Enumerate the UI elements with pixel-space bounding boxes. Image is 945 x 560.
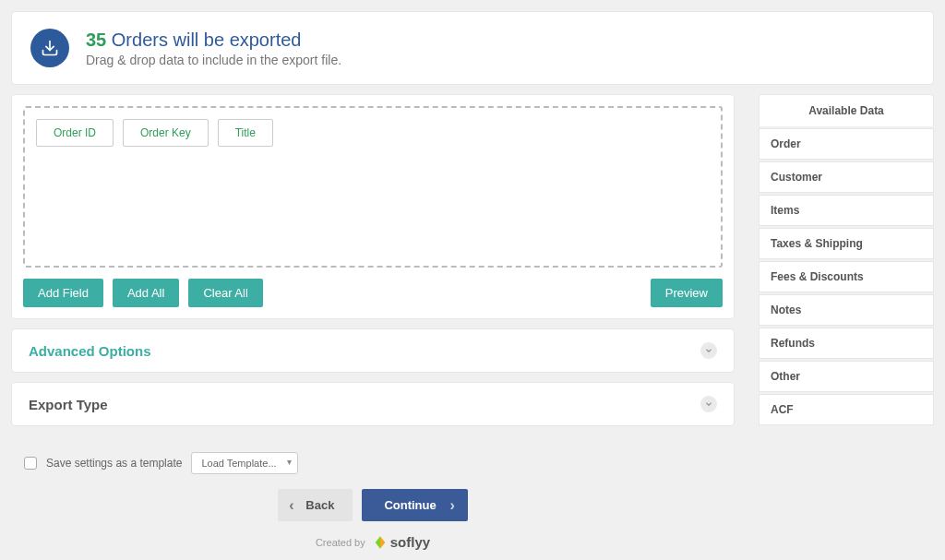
soflyy-icon [373,535,388,550]
export-count: 35 [86,30,106,50]
continue-button[interactable]: Continue [362,489,467,521]
page-subtitle: Drag & drop data to include in the expor… [86,53,341,67]
available-item-items[interactable]: Items [759,195,934,226]
clear-all-button[interactable]: Clear All [188,279,262,307]
created-by-label: Created by [316,537,365,548]
advanced-options-section[interactable]: Advanced Options [11,328,735,373]
download-icon [30,29,69,67]
header-card: 35 Orders will be exported Drag & drop d… [11,11,934,85]
credit-line: Created by soflyy [24,534,722,550]
available-item-taxes-shipping[interactable]: Taxes & Shipping [759,228,934,259]
footer-area: Save settings as a template Load Templat… [11,445,735,550]
field-dropzone[interactable]: Order ID Order Key Title [23,106,723,268]
export-title-rest: Orders will be exported [112,30,302,50]
available-item-fees-discounts[interactable]: Fees & Discounts [759,261,934,292]
button-row: Add Field Add All Clear All Preview [23,279,723,307]
advanced-options-label: Advanced Options [29,343,151,359]
available-item-customer[interactable]: Customer [759,161,934,193]
available-data-panel: Available Data Order Customer Items Taxe… [759,94,934,549]
save-template-row: Save settings as a template Load Templat… [24,452,722,474]
field-chip[interactable]: Order ID [36,119,114,147]
preview-button[interactable]: Preview [651,279,723,307]
chevron-down-icon [700,342,717,359]
brand-name: soflyy [390,534,430,550]
field-chip[interactable]: Order Key [123,119,209,147]
save-template-checkbox[interactable] [24,457,37,470]
available-item-acf[interactable]: ACF [759,394,934,425]
save-template-label: Save settings as a template [46,457,182,470]
chevron-down-icon [700,396,717,412]
add-field-button[interactable]: Add Field [23,279,103,307]
export-type-label: Export Type [29,397,108,412]
available-item-other[interactable]: Other [759,361,934,392]
add-all-button[interactable]: Add All [113,279,179,307]
available-item-refunds[interactable]: Refunds [759,328,934,359]
load-template-select[interactable]: Load Template... [191,452,297,474]
available-item-order[interactable]: Order [759,128,934,160]
field-chip[interactable]: Title [218,119,273,147]
nav-row: Back Continue [24,489,722,521]
back-button[interactable]: Back [278,489,353,521]
brand-logo: soflyy [373,534,430,550]
export-type-section[interactable]: Export Type [11,382,735,426]
dropzone-card: Order ID Order Key Title Add Field Add A… [11,94,735,319]
page-title: 35 Orders will be exported [86,29,341,51]
header-text: 35 Orders will be exported Drag & drop d… [86,29,341,67]
available-item-notes[interactable]: Notes [759,294,934,326]
available-data-header: Available Data [759,94,934,126]
